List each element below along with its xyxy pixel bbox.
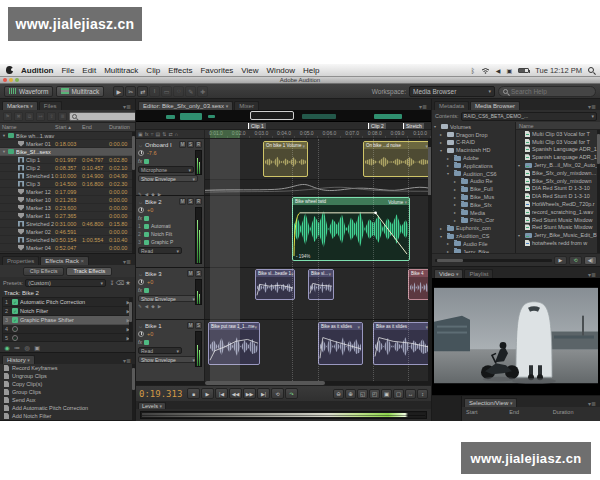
battery-icon[interactable] xyxy=(518,68,529,73)
panel-menu-icon[interactable]: ▾≣ xyxy=(588,103,598,110)
navigator-selection[interactable] xyxy=(250,111,294,120)
loop-playback-button[interactable]: ⟲ xyxy=(271,388,284,399)
timecode-display[interactable]: 0:19.313 xyxy=(139,389,185,399)
zoom-out-vertical-button[interactable]: ◱ xyxy=(357,389,368,399)
file-item[interactable]: Spanish Language ADR_1 xyxy=(516,146,600,154)
show-effects-icon[interactable]: fx xyxy=(145,131,149,137)
file-item[interactable]: Red Stunt Music Mixdow xyxy=(516,224,600,232)
audio-clip[interactable]: Bike as it slides▾ xyxy=(373,322,431,365)
mute-button[interactable]: M xyxy=(179,141,186,148)
marker-row[interactable]: ▼ Clip 3 0:14.500 0:16.800 0:02.30 xyxy=(0,180,135,188)
history-item[interactable]: Group Clips xyxy=(0,388,135,396)
spotlight-icon[interactable] xyxy=(588,67,594,73)
marker-row[interactable]: ▼ Marker 10 0:21.263 0:00.00 xyxy=(0,196,135,204)
history-item[interactable]: Ungroup Clips xyxy=(0,372,135,380)
column-start[interactable]: Start ▴ xyxy=(55,124,82,130)
range-marker-flag[interactable]: Clip 1 xyxy=(248,123,266,129)
tree-item[interactable]: Dragon Drop xyxy=(432,131,515,139)
menu-item[interactable]: File xyxy=(61,66,74,75)
audio-clip-selected[interactable]: Bike wheel twidVolume ▾ ◔194% xyxy=(292,197,410,261)
apple-menu-icon[interactable] xyxy=(6,66,13,74)
marker-row[interactable]: ▼ Stretched 2 0:31.000 0:46.800 0:15.80 xyxy=(0,220,135,228)
volume-envelope[interactable] xyxy=(374,330,430,364)
zoom-in-point-button[interactable]: ↔ xyxy=(405,389,416,399)
marker-row[interactable]: ▼ Marker 04 0:52.047 0:00.00 xyxy=(0,244,135,252)
go-to-start-button[interactable]: |◀ xyxy=(215,388,228,399)
menu-item[interactable]: Audition xyxy=(21,66,53,75)
file-item[interactable]: hotwheels redd from w xyxy=(516,239,600,247)
zoom-to-selection-button[interactable]: ▣ xyxy=(381,389,392,399)
tree-item[interactable]: C-RAID xyxy=(432,139,515,147)
track-drag-icon[interactable]: ⇔ xyxy=(138,323,143,329)
effect-slot[interactable]: 1 ✓ Automatic Pitch Correction ▶ xyxy=(3,298,132,307)
marker-row[interactable]: ▼ Marker 01 0:18.003 0:00.00 xyxy=(0,140,135,148)
effect-slot[interactable]: 3 ✓ Graphic Phase Shifter ▶ xyxy=(3,316,132,325)
insert-into-multitrack-icon[interactable]: ↦ xyxy=(36,112,45,121)
markers-search-input[interactable] xyxy=(79,113,135,119)
skip-selection-button[interactable]: ↷ xyxy=(285,388,298,399)
razor-tool-icon[interactable]: ✂ xyxy=(125,86,136,97)
tab-selection-view[interactable]: Selection/View ▾ xyxy=(464,398,517,407)
lasso-selection-tool-icon[interactable]: ◌ xyxy=(173,86,184,97)
track-name[interactable]: Onboard I xyxy=(145,142,172,148)
time-selection-tool-icon[interactable]: I xyxy=(149,86,160,97)
rewind-button[interactable]: ◀◀ xyxy=(229,388,242,399)
add-marker-icon[interactable]: ⚑ xyxy=(3,112,12,121)
volume-knob[interactable] xyxy=(138,150,144,156)
zoom-in-vertical-button[interactable]: ◰ xyxy=(369,389,380,399)
twisty-icon[interactable] xyxy=(518,163,523,168)
bluetooth-icon[interactable]: ᛒ xyxy=(471,66,475,75)
tree-item[interactable]: Bike_Full xyxy=(432,185,515,193)
file-item[interactable]: Bike_Sfx_only_mixdown... xyxy=(516,169,600,177)
twisty-icon[interactable] xyxy=(454,218,459,223)
track-drag-icon[interactable]: ⇔ xyxy=(138,142,143,148)
twisty-icon[interactable] xyxy=(447,171,452,176)
volume-envelope[interactable] xyxy=(256,277,294,299)
menu-item[interactable]: Edit xyxy=(82,66,96,75)
tree-item[interactable]: Euphonix_con xyxy=(432,224,515,232)
zoom-in-horizontal-button[interactable]: ⊕ xyxy=(345,389,356,399)
effect-power-icon[interactable]: ✓ xyxy=(12,317,18,323)
tab-video[interactable]: Video ▾ xyxy=(434,269,463,278)
add-keyframe-icon[interactable]: ◆ xyxy=(151,304,154,309)
multitrack-view-button[interactable]: Multitrack xyxy=(56,86,104,97)
preset-dropdown[interactable]: (Custom)▾ xyxy=(25,279,106,287)
solo-button[interactable]: S xyxy=(187,141,194,148)
next-keyframe-icon[interactable]: ▶ xyxy=(158,304,161,309)
zoom-out-horizontal-button[interactable]: ⊖ xyxy=(333,389,344,399)
volume-knob[interactable] xyxy=(138,331,144,337)
menu-item[interactable]: Favorites xyxy=(200,66,233,75)
range-marker-flag[interactable]: Stretch xyxy=(403,123,424,129)
mute-button[interactable]: M xyxy=(187,270,194,277)
history-item[interactable]: Record Keyframes xyxy=(0,364,135,372)
fx-enabled-checkbox[interactable] xyxy=(144,159,149,164)
tree-item[interactable]: Audio Re xyxy=(432,178,515,186)
marker-row[interactable]: ▼ Clip 1 0:01.997 0:04.797 0:02.80 xyxy=(0,156,135,164)
tree-item[interactable]: Audition_CS6 xyxy=(432,170,515,178)
preview-autoplay-button[interactable]: ◀) xyxy=(584,256,597,265)
timeline-ruler[interactable]: ▣fx⌗▤⇅⇄∩ 0:01.00:02.00:03.00:04.00:05.00… xyxy=(136,130,431,139)
effects-scrollbar[interactable] xyxy=(129,298,132,341)
effect-slot[interactable]: 2 ✓ Notch Filter ▶ xyxy=(3,307,132,316)
track-controls-icon[interactable]: ▣ xyxy=(138,131,143,137)
column-duration[interactable]: Duration xyxy=(109,124,133,130)
input-selector[interactable]: Microphone▾ xyxy=(138,166,194,173)
twisty-icon[interactable] xyxy=(447,156,452,161)
panel-menu-icon[interactable]: ▾≣ xyxy=(123,103,133,110)
waveform-view-button[interactable]: Waveform xyxy=(4,86,53,97)
effect-slot[interactable]: 5 ✓ ▶ xyxy=(3,334,132,342)
clip-effects-button[interactable]: Clip Effects xyxy=(23,267,65,276)
marker-row[interactable]: ▼ Bike_Sf...sesx xyxy=(0,148,135,156)
automation-mode-selector[interactable]: Read▾ xyxy=(138,247,182,254)
tab-metadata[interactable]: Metadata xyxy=(434,101,469,110)
delete-marker-icon[interactable]: ✖ xyxy=(14,112,23,121)
track-name[interactable]: Bike 2 xyxy=(145,199,162,205)
delete-preset-icon[interactable]: ⌫ xyxy=(116,279,124,287)
marker-row[interactable]: ▼ Stretched 1 0:10.000 0:14.900 0:04.90 xyxy=(0,172,135,180)
rack-list-view-button[interactable]: ≔ xyxy=(13,343,21,351)
track-fx-item[interactable]: 1 Automati ▶ xyxy=(138,222,202,230)
marker-row[interactable]: ▼ Marker 02 0:46.591 0:00.00 xyxy=(0,228,135,236)
audio-clip[interactable]: Bike as it slides▾ xyxy=(318,322,363,365)
video-preview[interactable] xyxy=(432,278,600,395)
help-search-box[interactable] xyxy=(498,86,596,97)
